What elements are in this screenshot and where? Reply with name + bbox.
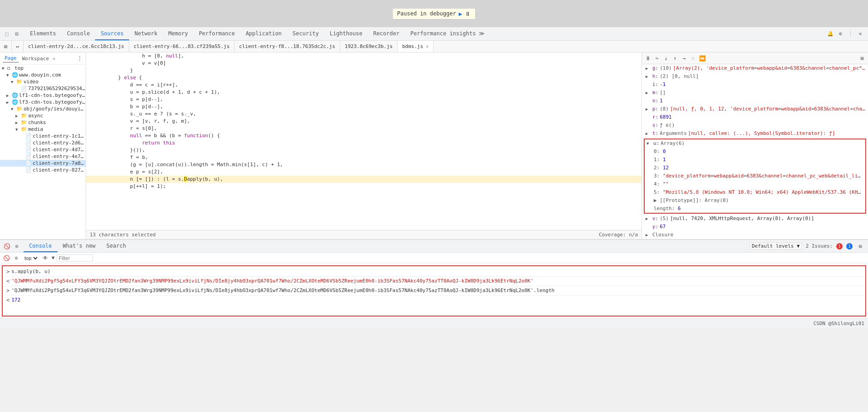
scope-t[interactable]: ▶ t: Arguments [null, callee: (...), Sym… — [642, 129, 868, 138]
scope-u-proto[interactable]: ▶ [[Prototype]]: Array(0) — [645, 196, 865, 205]
tree-item-ce6[interactable]: 📄 client-entry-027dfa05.(... — [0, 167, 86, 173]
tree-item-video-file[interactable]: 📄 737921965292629534&... — [0, 85, 86, 92]
sidebar-tab-page[interactable]: Page — [3, 54, 19, 62]
default-levels-btn[interactable]: Default levels ▼ — [749, 242, 802, 250]
tree-item-ce2[interactable]: 📄 client-entry-2d6f1fce.6... — [0, 139, 86, 146]
expand-panel-icon[interactable]: ⊞ — [858, 54, 866, 62]
expand-g-icon[interactable]: ▶ — [646, 65, 651, 72]
code-content[interactable]: h = [0, null], v = v[0] } } else { — [86, 53, 641, 230]
console-clear-icon[interactable]: 🚫 — [3, 242, 11, 250]
tab-memory[interactable]: Memory — [163, 27, 193, 40]
scope-s: s: ƒ e() — [642, 121, 868, 129]
scope-closure[interactable]: ▶ Closure — [642, 231, 868, 239]
more-icon[interactable]: ⋮ — [846, 30, 854, 38]
console-filter-input[interactable] — [57, 254, 93, 262]
devtools-tab-bar: ⬚ ⊡ Elements Console Sources Network Mem… — [0, 27, 868, 41]
domain-icon: 🌐 — [12, 72, 18, 78]
tab-recorder[interactable]: Recorder — [368, 27, 405, 40]
console-clear-btn[interactable]: 🚫 — [3, 254, 10, 262]
tree-item-video[interactable]: ▼ 📁 video — [0, 78, 86, 85]
code-line: }()), — [86, 147, 641, 154]
expand-u-icon[interactable]: ▼ — [646, 140, 652, 147]
console-tab-right: Default levels ▼ 2 Issues: 1 1 ⚙ — [749, 240, 868, 252]
sidebar-overflow-menu[interactable]: ⋮ — [77, 55, 83, 62]
expand-t-icon[interactable]: ▶ — [646, 130, 651, 137]
tree-item-async[interactable]: ▶ 📁 async — [0, 112, 86, 119]
tree-item-lf1[interactable]: ▶ 🌐 lf1-cdn-tos.bytegoofy.com — [0, 92, 86, 99]
console-live-icon[interactable]: ⊙ — [13, 254, 20, 262]
folder-icon-5: 📁 — [21, 126, 27, 132]
tab-sources[interactable]: Sources — [95, 27, 129, 40]
tab-performance[interactable]: Performance — [193, 27, 240, 40]
file-nav-icon[interactable]: ↔ — [12, 41, 24, 52]
deactivate-breakpoints-icon[interactable]: ⊘ — [689, 54, 697, 62]
scope-v[interactable]: ▶ v: (5) [null, 7420, XMLHttpRequest, Ar… — [642, 215, 868, 223]
tree-item-douyin[interactable]: ▼ 🌐 www.douyin.com — [0, 72, 86, 78]
tree-item-ce4[interactable]: 📄 client-entry-4e7ff80d.8... — [0, 153, 86, 160]
tree-item-ce1[interactable]: 📄 client-entry-1c156ad4... — [0, 133, 86, 139]
pause-icon[interactable]: ⏸ — [644, 54, 652, 62]
tree-item-chunks[interactable]: ▶ 📁 chunks — [0, 119, 86, 126]
tree-item-obj[interactable]: ▼ 📁 obj/goofy/ies/douyin_we... — [0, 105, 86, 112]
input-prompt: > — [6, 268, 10, 275]
code-editor: h = [0, null], v = v[0] } } else { — [86, 53, 641, 239]
expand-p-icon[interactable]: ▶ — [646, 105, 651, 113]
tab-lighthouse[interactable]: Lighthouse — [324, 27, 368, 40]
sidebar-tab-workspace[interactable]: Workspace — [20, 55, 51, 62]
coverage-info: Coverage: n/a — [599, 232, 638, 238]
file-tab-bdms[interactable]: bdms.js ✕ — [398, 41, 434, 52]
scope-m[interactable]: ▶ m: [] — [642, 89, 868, 97]
file-tab-1[interactable]: client-entry-2d...ce.6cc18c13.js — [24, 41, 129, 52]
resume-icon[interactable]: ▶ — [459, 10, 463, 17]
step-into-icon[interactable]: ↓ — [662, 54, 670, 62]
code-line: v = v[0] — [86, 60, 641, 67]
console-tab-whatsnew[interactable]: What's new — [58, 240, 101, 252]
expand-closure-icon[interactable]: ▶ — [646, 231, 651, 239]
scope-u-length: length: 6 — [645, 205, 865, 213]
tree-item-ce3[interactable]: 📄 client-entry-4d7bac28-... — [0, 146, 86, 153]
scope-g[interactable]: ▶ g: (10) [Array(2), 'device_platform=we… — [642, 64, 868, 72]
file-tab-2[interactable]: client-entry-66...83.cf239a55.js — [129, 41, 235, 52]
settings-icon[interactable]: ⚙ — [836, 30, 844, 38]
step-out-icon[interactable]: ↑ — [671, 54, 679, 62]
inspect-icon[interactable]: ⬚ — [3, 30, 11, 38]
file-sidebar-toggle[interactable]: ⊞ — [0, 41, 12, 52]
expand-h-icon[interactable]: ▶ — [646, 73, 651, 80]
scope-p[interactable]: ▶ p: (8) [null, ƒ, 0, 1, 12, 'device_pla… — [642, 105, 868, 113]
tree-item-ce5[interactable]: 📄 client-entry-7a08a8f9.c... — [0, 160, 86, 167]
file-icon-3: 📄 — [25, 140, 32, 146]
device-icon[interactable]: ⊡ — [13, 30, 21, 38]
tab-console[interactable]: Console — [62, 27, 96, 40]
scope-u[interactable]: ▼ u: Array(6) — [645, 139, 865, 148]
tab-elements[interactable]: Elements — [24, 27, 62, 40]
expand-m-icon[interactable]: ▶ — [646, 89, 651, 96]
console-tab-search[interactable]: Search — [101, 240, 131, 252]
tab-application[interactable]: Application — [240, 27, 287, 40]
tree-item-lf3[interactable]: ▶ 🌐 lf3-cdn-tos.bytegoofy.com — [0, 99, 86, 105]
file-tab-4[interactable]: 1923.8c69ec3b.js — [340, 41, 398, 52]
step-over-icon[interactable]: ↷ — [653, 54, 661, 62]
console-context-selector[interactable]: top — [23, 255, 39, 261]
scope-h[interactable]: ▶ h: (2) [0, null] — [642, 72, 868, 81]
tab-performance-insights[interactable]: Performance insights ≫ — [405, 27, 491, 40]
expand-v-icon[interactable]: ▶ — [646, 215, 651, 222]
step-icon[interactable]: → — [680, 54, 688, 62]
console-tab-console[interactable]: Console — [24, 240, 58, 252]
settings-console-icon[interactable]: ⚙ — [856, 242, 864, 250]
mute-icon[interactable]: ⏸ — [465, 10, 471, 17]
tab-security[interactable]: Security — [287, 27, 324, 40]
sidebar-more-chevron[interactable]: » — [53, 56, 55, 61]
tree-item-media[interactable]: ▼ 📁 media — [0, 126, 86, 133]
tree-item-top[interactable]: ▼ ◻ top — [0, 65, 86, 72]
close-tab-icon[interactable]: ✕ — [426, 44, 429, 49]
file-tab-3[interactable]: client-entry-f8...18.7635dc2c.js — [235, 41, 340, 52]
scope-i: i: -1 — [642, 81, 868, 89]
close-devtools-icon[interactable]: ✕ — [856, 30, 864, 38]
filter-icon: ▼ — [52, 255, 55, 261]
notifications-icon[interactable]: 🔔 — [826, 30, 834, 38]
console-output[interactable]: > s.apply(b, u) < 'QJWMMfuXdi2PgfSg54xLF… — [2, 265, 866, 316]
console-filter-icon[interactable]: ⊙ — [13, 242, 21, 250]
console-eye-icon[interactable]: 👁 — [42, 254, 49, 262]
tab-network[interactable]: Network — [129, 27, 163, 40]
dont-pause-icon[interactable]: ⏩ — [698, 54, 706, 62]
